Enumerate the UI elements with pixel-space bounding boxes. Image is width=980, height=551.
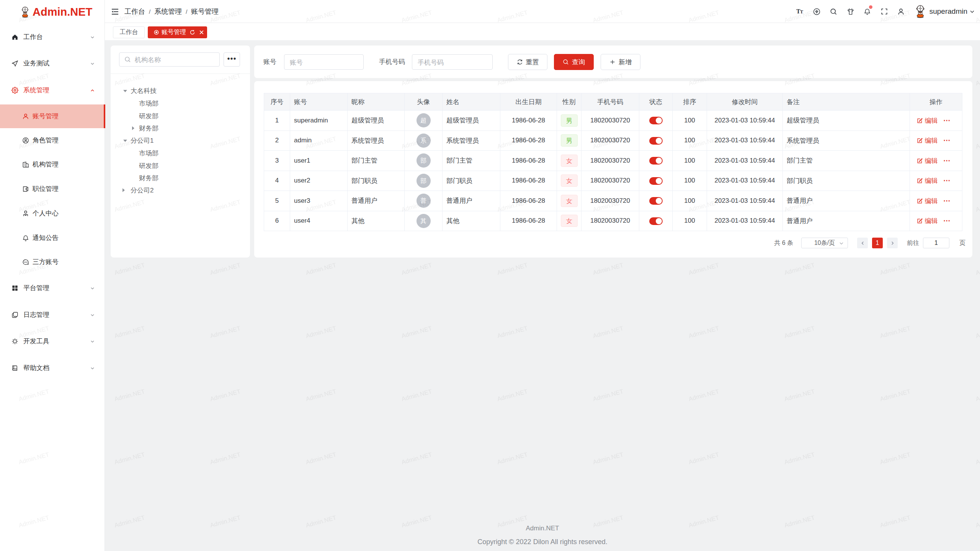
- svg-text:T: T: [800, 9, 803, 15]
